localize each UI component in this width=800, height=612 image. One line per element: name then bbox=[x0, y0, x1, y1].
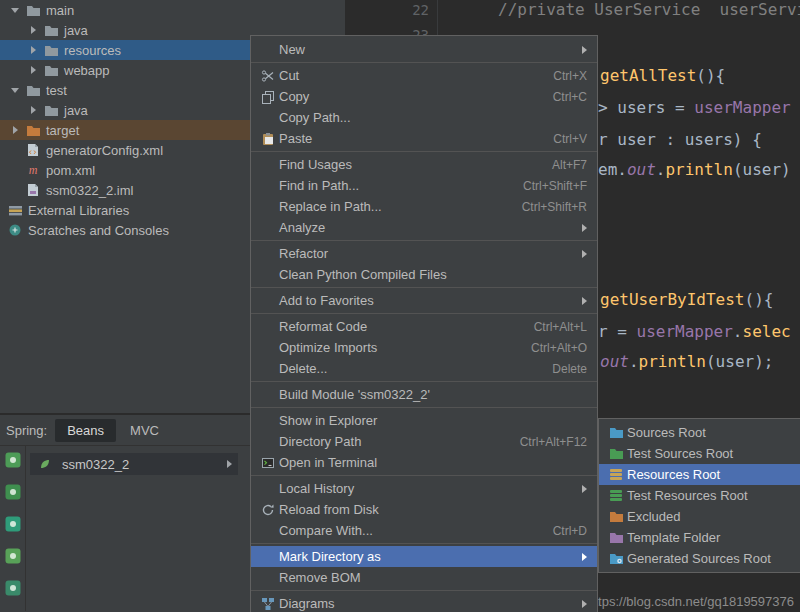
chevron-right-icon[interactable] bbox=[24, 66, 42, 74]
menu-item-reformat-code[interactable]: Reformat CodeCtrl+Alt+L bbox=[251, 316, 597, 337]
menu-item-refactor[interactable]: Refactor bbox=[251, 243, 597, 264]
tree-item-label: java bbox=[64, 103, 88, 118]
spring-tree-item[interactable]: ssm0322_2 bbox=[30, 453, 238, 475]
code-line: //private UserService userServi bbox=[498, 0, 800, 20]
tree-item-label: Scratches and Consoles bbox=[28, 223, 169, 238]
menu-item-paste[interactable]: PasteCtrl+V bbox=[251, 128, 597, 149]
tab-beans[interactable]: Beans bbox=[55, 419, 116, 442]
code-token: getAllTest bbox=[600, 66, 696, 85]
code-line: r = userMapper.selec bbox=[598, 322, 791, 342]
spring-toolbar-icon-1[interactable] bbox=[5, 452, 21, 472]
menu-item-find-usages[interactable]: Find UsagesAlt+F7 bbox=[251, 154, 597, 175]
chevron-down-icon[interactable] bbox=[6, 88, 24, 93]
menu-item-label: Copy bbox=[279, 89, 529, 104]
chevron-down-icon[interactable] bbox=[6, 8, 24, 13]
excluded-folder-icon bbox=[605, 510, 627, 523]
submenu-arrow-icon bbox=[582, 224, 587, 232]
submenu-arrow-icon bbox=[582, 297, 587, 305]
excluded-folder-icon bbox=[24, 124, 42, 137]
menu-item-label: Template Folder bbox=[627, 530, 800, 545]
menu-item-optimize-imports[interactable]: Optimize ImportsCtrl+Alt+O bbox=[251, 337, 597, 358]
menu-item-new[interactable]: New bbox=[251, 39, 597, 60]
menu-item-directory-path[interactable]: Directory PathCtrl+Alt+F12 bbox=[251, 431, 597, 452]
folder-icon bbox=[42, 24, 60, 37]
menu-item-analyze[interactable]: Analyze bbox=[251, 217, 597, 238]
chevron-right-icon[interactable] bbox=[6, 126, 24, 134]
folder-icon bbox=[42, 64, 60, 77]
submenu-item-resources-root[interactable]: Resources Root bbox=[599, 464, 800, 485]
spring-toolbar bbox=[0, 446, 26, 611]
menu-item-local-history[interactable]: Local History bbox=[251, 478, 597, 499]
paste-icon bbox=[257, 132, 279, 146]
resources-root-icon bbox=[605, 468, 627, 481]
tab-mvc[interactable]: MVC bbox=[118, 419, 171, 442]
submenu-item-generated-sources-root[interactable]: Generated Sources Root bbox=[599, 548, 800, 569]
menu-item-label: Paste bbox=[279, 131, 529, 146]
code-token: getUserByIdTest bbox=[600, 290, 745, 309]
tree-item-label: generatorConfig.xml bbox=[46, 143, 163, 158]
menu-item-delete[interactable]: Delete...Delete bbox=[251, 358, 597, 379]
svg-text:m: m bbox=[29, 163, 38, 177]
menu-item-label: Find in Path... bbox=[279, 178, 499, 193]
menu-separator bbox=[251, 407, 597, 408]
spring-toolbar-icon-5[interactable] bbox=[5, 580, 21, 600]
menu-item-label: Test Resources Root bbox=[627, 488, 800, 503]
chevron-right-icon[interactable] bbox=[227, 460, 232, 468]
code-line: getUserByIdTest(){ bbox=[600, 290, 773, 310]
menu-item-open-in-terminal[interactable]: Open in Terminal bbox=[251, 452, 597, 473]
menu-item-build-module-ssm0322-2[interactable]: Build Module 'ssm0322_2' bbox=[251, 384, 597, 405]
menu-item-shortcut: Ctrl+X bbox=[553, 69, 587, 83]
menu-item-cut[interactable]: CutCtrl+X bbox=[251, 65, 597, 86]
submenu-item-excluded[interactable]: Excluded bbox=[599, 506, 800, 527]
spring-toolbar-icon-4[interactable] bbox=[5, 548, 21, 568]
tree-item-main[interactable]: main bbox=[0, 0, 345, 20]
menu-item-shortcut: Delete bbox=[552, 362, 587, 376]
menu-item-shortcut: Ctrl+Alt+L bbox=[534, 320, 587, 334]
spring-toolbar-icon-3[interactable] bbox=[5, 516, 21, 536]
menu-item-label: Directory Path bbox=[279, 434, 496, 449]
tree-item-label: ssm0322_2.iml bbox=[46, 183, 133, 198]
chevron-right-icon[interactable] bbox=[24, 106, 42, 114]
menu-item-compare-with[interactable]: Compare With...Ctrl+D bbox=[251, 520, 597, 541]
submenu-arrow-icon bbox=[582, 600, 587, 608]
menu-item-label: Test Sources Root bbox=[627, 446, 800, 461]
menu-item-add-to-favorites[interactable]: Add to Favorites bbox=[251, 290, 597, 311]
menu-item-diagrams[interactable]: Diagrams bbox=[251, 593, 597, 612]
code-token: println bbox=[639, 352, 706, 371]
menu-item-copy[interactable]: CopyCtrl+C bbox=[251, 86, 597, 107]
menu-item-mark-directory-as[interactable]: Mark Directory as bbox=[251, 546, 597, 567]
menu-item-copy-path[interactable]: Copy Path... bbox=[251, 107, 597, 128]
terminal-icon bbox=[257, 456, 279, 470]
submenu-item-template-folder[interactable]: Template Folder bbox=[599, 527, 800, 548]
menu-item-shortcut: Ctrl+C bbox=[553, 90, 587, 104]
menu-item-label: Mark Directory as bbox=[279, 549, 558, 564]
chevron-right-icon[interactable] bbox=[24, 46, 42, 54]
watermark: https://blog.csdn.net/gq1819597376 bbox=[587, 594, 794, 609]
submenu-item-test-resources-root[interactable]: Test Resources Root bbox=[599, 485, 800, 506]
menu-item-remove-bom[interactable]: Remove BOM bbox=[251, 567, 597, 588]
menu-item-label: Build Module 'ssm0322_2' bbox=[279, 387, 587, 402]
menu-separator bbox=[251, 62, 597, 63]
menu-item-reload-from-disk[interactable]: Reload from Disk bbox=[251, 499, 597, 520]
menu-item-label: Clean Python Compiled Files bbox=[279, 267, 587, 282]
menu-item-clean-python-compiled-files[interactable]: Clean Python Compiled Files bbox=[251, 264, 597, 285]
line-number: 22 bbox=[345, 2, 429, 18]
tree-item-label: java bbox=[64, 23, 88, 38]
menu-item-find-in-path[interactable]: Find in Path...Ctrl+Shift+F bbox=[251, 175, 597, 196]
code-line: out.println(user); bbox=[600, 352, 773, 372]
menu-item-show-in-explorer[interactable]: Show in Explorer bbox=[251, 410, 597, 431]
menu-item-replace-in-path[interactable]: Replace in Path...Ctrl+Shift+R bbox=[251, 196, 597, 217]
tree-item-label: resources bbox=[64, 43, 121, 58]
code-token: //private UserService userServi bbox=[498, 0, 800, 19]
spring-toolbar-icon-2[interactable] bbox=[5, 484, 21, 504]
submenu-item-test-sources-root[interactable]: Test Sources Root bbox=[599, 443, 800, 464]
template-folder-icon bbox=[605, 531, 627, 544]
chevron-right-icon[interactable] bbox=[24, 26, 42, 34]
generated-sources-root-icon bbox=[605, 552, 627, 565]
code-line: em.out.println(user) bbox=[598, 160, 791, 180]
code-line: getAllTest(){ bbox=[600, 66, 725, 86]
code-token: r = bbox=[598, 322, 637, 341]
scissors-icon bbox=[257, 69, 279, 83]
maven-file-icon: m bbox=[24, 163, 42, 177]
submenu-item-sources-root[interactable]: Sources Root bbox=[599, 422, 800, 443]
